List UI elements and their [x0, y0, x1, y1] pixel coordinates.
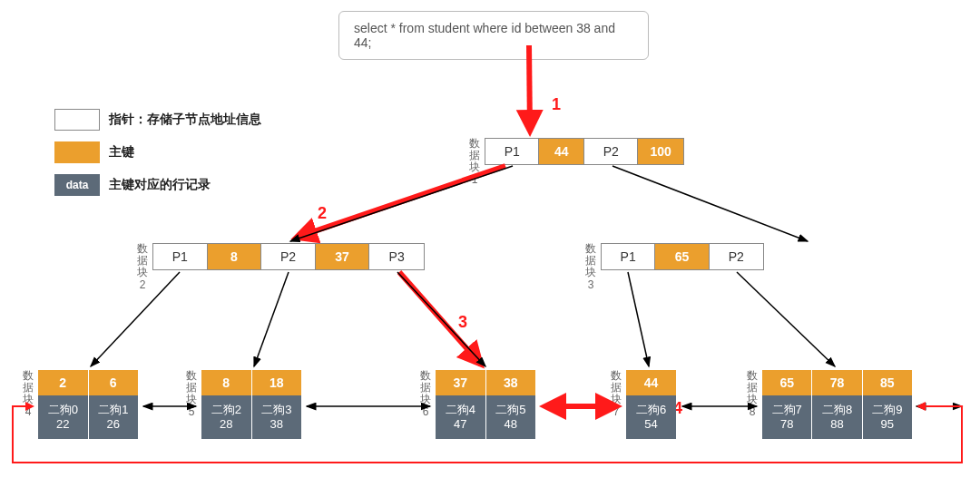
arrow-ir-leaf7 — [628, 272, 649, 366]
il-p1: P1 — [153, 244, 208, 269]
legend-data: data 主键对应的行记录 — [54, 174, 261, 196]
leaf-8: 657885 二狗778 二狗888 二狗995 — [762, 370, 912, 439]
block-label-4: 数据块4 — [22, 370, 34, 418]
node-internal-left: P1 8 P2 37 P3 — [152, 243, 425, 270]
arrow-il-leaf5 — [254, 272, 289, 366]
legend-pointer: 指针：存储子节点地址信息 — [54, 109, 261, 131]
block-label-6: 数据块6 — [419, 370, 432, 418]
l5-d0: 二狗228 — [201, 395, 252, 439]
l7-k0: 44 — [626, 370, 676, 395]
diagram-canvas: select * from student where id between 3… — [0, 0, 980, 497]
arrow-il-leaf6 — [397, 272, 485, 366]
l4-k1: 6 — [89, 370, 139, 395]
block-label-1: 数据块1 — [468, 138, 481, 186]
l4-d0: 二狗022 — [38, 395, 89, 439]
leaf-5: 818 二狗228 二狗338 — [201, 370, 301, 439]
legend-key-swatch — [54, 141, 100, 163]
l5-k0: 8 — [201, 370, 252, 395]
step-1: 1 — [552, 95, 561, 114]
step-2: 2 — [318, 204, 327, 223]
block-label-2: 数据块2 — [136, 243, 149, 291]
legend-pointer-swatch — [54, 109, 100, 131]
node-internal-right: P1 65 P2 — [601, 243, 764, 270]
node-root: P1 44 P2 100 — [485, 138, 684, 165]
l5-d1: 二狗338 — [252, 395, 302, 439]
legend-key: 主键 — [54, 141, 261, 163]
sql-text: select * from student where id between 3… — [354, 21, 615, 50]
l6-k1: 38 — [486, 370, 536, 395]
leaf-7: 44 二狗654 — [626, 370, 676, 439]
leaf-6: 3738 二狗447 二狗548 — [436, 370, 535, 439]
block-label-8: 数据块8 — [746, 370, 759, 418]
root-k1: 44 — [539, 139, 584, 164]
root-p1: P1 — [485, 139, 539, 164]
l6-d1: 二狗548 — [486, 395, 536, 439]
block-label-7: 数据块7 — [610, 370, 622, 418]
ir-k1: 65 — [655, 244, 709, 269]
il-k1: 8 — [208, 244, 262, 269]
ir-p1: P1 — [602, 244, 655, 269]
l6-d0: 二狗447 — [436, 395, 486, 439]
legend-data-label: 主键对应的行记录 — [109, 177, 211, 193]
arrow-ir-leaf8 — [737, 272, 835, 366]
legend-data-swatch: data — [54, 174, 100, 196]
root-p2: P2 — [584, 139, 638, 164]
l5-k1: 18 — [252, 370, 302, 395]
leaf-4: 26 二狗022 二狗126 — [38, 370, 138, 439]
arrow-step-3 — [399, 272, 481, 365]
l6-k0: 37 — [436, 370, 486, 395]
step-3: 3 — [458, 313, 467, 332]
il-p3: P3 — [369, 244, 424, 269]
sql-query-box: select * from student where id between 3… — [338, 11, 649, 60]
l8-d1: 二狗888 — [812, 395, 862, 439]
l7-d0: 二狗654 — [626, 395, 676, 439]
il-k2: 37 — [316, 244, 370, 269]
arrow-root-right — [612, 166, 808, 241]
arrow-il-leaf4 — [91, 272, 180, 366]
root-k2: 100 — [638, 139, 683, 164]
legend: 指针：存储子节点地址信息 主键 data 主键对应的行记录 — [54, 109, 261, 196]
ir-p2: P2 — [710, 244, 763, 269]
l4-k0: 2 — [38, 370, 89, 395]
block-label-5: 数据块5 — [185, 370, 198, 418]
l8-k1: 78 — [812, 370, 862, 395]
legend-pointer-label: 指针：存储子节点地址信息 — [109, 112, 261, 128]
legend-key-label: 主键 — [109, 144, 134, 161]
l4-d1: 二狗126 — [89, 395, 139, 439]
block-label-3: 数据块3 — [584, 243, 597, 291]
il-p2: P2 — [261, 244, 316, 269]
l8-d0: 二狗778 — [762, 395, 812, 439]
l8-d2: 二狗995 — [863, 395, 912, 439]
l8-k0: 65 — [762, 370, 812, 395]
l8-k2: 85 — [863, 370, 912, 395]
